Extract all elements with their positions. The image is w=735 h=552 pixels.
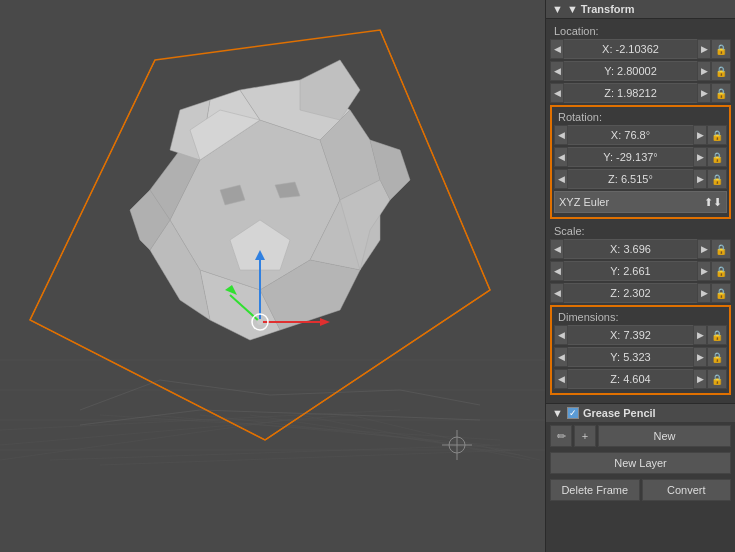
scale-x-value[interactable]: X: 3.696 bbox=[564, 239, 697, 259]
scale-y-lock[interactable]: 🔒 bbox=[711, 261, 731, 281]
rotation-label: Rotation: bbox=[554, 109, 727, 125]
plus-icon-btn[interactable]: + bbox=[574, 425, 596, 447]
location-x-lock[interactable]: 🔒 bbox=[711, 39, 731, 59]
3d-viewport[interactable] bbox=[0, 0, 545, 552]
location-x-dec[interactable]: ◀ bbox=[550, 39, 564, 59]
dim-z-dec[interactable]: ◀ bbox=[554, 369, 568, 389]
dim-z-lock[interactable]: 🔒 bbox=[707, 369, 727, 389]
grease-pencil-triangle: ▼ bbox=[552, 407, 563, 419]
location-label: Location: bbox=[550, 23, 731, 39]
properties-panel: ▼ ▼ Transform Location: ◀ X: -2.10362 ▶ … bbox=[545, 0, 735, 552]
location-z-value[interactable]: Z: 1.98212 bbox=[564, 83, 697, 103]
dimensions-box: Dimensions: ◀ X: 7.392 ▶ 🔒 ◀ Y: 5.323 ▶ … bbox=[550, 305, 731, 395]
dim-x-row: ◀ X: 7.392 ▶ 🔒 bbox=[554, 325, 727, 345]
location-x-inc[interactable]: ▶ bbox=[697, 39, 711, 59]
transform-triangle: ▼ bbox=[552, 3, 563, 15]
rotation-y-dec[interactable]: ◀ bbox=[554, 147, 568, 167]
new-layer-container: New Layer bbox=[546, 450, 735, 476]
pencil-icon-btn[interactable]: ✏ bbox=[550, 425, 572, 447]
euler-mode-select[interactable]: XYZ Euler ⬆⬇ bbox=[554, 191, 727, 213]
rotation-z-dec[interactable]: ◀ bbox=[554, 169, 568, 189]
dim-y-row: ◀ Y: 5.323 ▶ 🔒 bbox=[554, 347, 727, 367]
scale-y-dec[interactable]: ◀ bbox=[550, 261, 564, 281]
location-y-dec[interactable]: ◀ bbox=[550, 61, 564, 81]
rotation-z-inc[interactable]: ▶ bbox=[693, 169, 707, 189]
pencil-icon: ✏ bbox=[557, 430, 566, 443]
location-y-value[interactable]: Y: 2.80002 bbox=[564, 61, 697, 81]
rotation-x-value[interactable]: X: 76.8° bbox=[568, 125, 693, 145]
rotation-x-dec[interactable]: ◀ bbox=[554, 125, 568, 145]
transform-title: ▼ Transform bbox=[567, 3, 635, 15]
scale-x-inc[interactable]: ▶ bbox=[697, 239, 711, 259]
location-z-inc[interactable]: ▶ bbox=[697, 83, 711, 103]
scale-y-value[interactable]: Y: 2.661 bbox=[564, 261, 697, 281]
rotation-x-lock[interactable]: 🔒 bbox=[707, 125, 727, 145]
grease-pencil-section: ▼ ✓ Grease Pencil ✏ + New New Layer Dele… bbox=[546, 403, 735, 504]
dim-y-lock[interactable]: 🔒 bbox=[707, 347, 727, 367]
grease-pencil-checkbox[interactable]: ✓ bbox=[567, 407, 579, 419]
scale-z-row: ◀ Z: 2.302 ▶ 🔒 bbox=[550, 283, 731, 303]
rotation-box: Rotation: ◀ X: 76.8° ▶ 🔒 ◀ Y: -29.137° ▶… bbox=[550, 105, 731, 219]
scale-label: Scale: bbox=[550, 223, 731, 239]
scale-y-row: ◀ Y: 2.661 ▶ 🔒 bbox=[550, 261, 731, 281]
dim-x-dec[interactable]: ◀ bbox=[554, 325, 568, 345]
rotation-x-inc[interactable]: ▶ bbox=[693, 125, 707, 145]
new-layer-button[interactable]: New Layer bbox=[550, 452, 731, 474]
scale-x-lock[interactable]: 🔒 bbox=[711, 239, 731, 259]
dim-z-inc[interactable]: ▶ bbox=[693, 369, 707, 389]
rotation-y-value[interactable]: Y: -29.137° bbox=[568, 147, 693, 167]
scale-z-dec[interactable]: ◀ bbox=[550, 283, 564, 303]
dim-y-dec[interactable]: ◀ bbox=[554, 347, 568, 367]
scale-x-dec[interactable]: ◀ bbox=[550, 239, 564, 259]
delete-frame-button[interactable]: Delete Frame bbox=[550, 479, 640, 501]
convert-button[interactable]: Convert bbox=[642, 479, 732, 501]
rotation-z-row: ◀ Z: 6.515° ▶ 🔒 bbox=[554, 169, 727, 189]
location-y-lock[interactable]: 🔒 bbox=[711, 61, 731, 81]
dimensions-label: Dimensions: bbox=[554, 309, 727, 325]
location-z-dec[interactable]: ◀ bbox=[550, 83, 564, 103]
dim-y-inc[interactable]: ▶ bbox=[693, 347, 707, 367]
rotation-x-row: ◀ X: 76.8° ▶ 🔒 bbox=[554, 125, 727, 145]
grease-pencil-bottom-row: Delete Frame Convert bbox=[546, 476, 735, 504]
grease-pencil-toolbar: ✏ + New bbox=[546, 422, 735, 450]
scale-z-inc[interactable]: ▶ bbox=[697, 283, 711, 303]
dim-z-value[interactable]: Z: 4.604 bbox=[568, 369, 693, 389]
plus-icon: + bbox=[582, 430, 588, 442]
svg-point-53 bbox=[257, 319, 263, 325]
transform-section-header[interactable]: ▼ ▼ Transform bbox=[546, 0, 735, 19]
location-x-value[interactable]: X: -2.10362 bbox=[564, 39, 697, 59]
grease-pencil-header[interactable]: ▼ ✓ Grease Pencil bbox=[546, 404, 735, 422]
dim-x-inc[interactable]: ▶ bbox=[693, 325, 707, 345]
dim-y-value[interactable]: Y: 5.323 bbox=[568, 347, 693, 367]
scale-x-row: ◀ X: 3.696 ▶ 🔒 bbox=[550, 239, 731, 259]
rotation-y-lock[interactable]: 🔒 bbox=[707, 147, 727, 167]
transform-properties: Location: ◀ X: -2.10362 ▶ 🔒 ◀ Y: 2.80002… bbox=[546, 19, 735, 403]
dim-x-value[interactable]: X: 7.392 bbox=[568, 325, 693, 345]
scale-y-inc[interactable]: ▶ bbox=[697, 261, 711, 281]
rotation-z-lock[interactable]: 🔒 bbox=[707, 169, 727, 189]
location-z-lock[interactable]: 🔒 bbox=[711, 83, 731, 103]
location-y-row: ◀ Y: 2.80002 ▶ 🔒 bbox=[550, 61, 731, 81]
dim-z-row: ◀ Z: 4.604 ▶ 🔒 bbox=[554, 369, 727, 389]
location-x-row: ◀ X: -2.10362 ▶ 🔒 bbox=[550, 39, 731, 59]
euler-mode-value: XYZ Euler bbox=[559, 196, 609, 208]
new-button[interactable]: New bbox=[598, 425, 731, 447]
scale-z-value[interactable]: Z: 2.302 bbox=[564, 283, 697, 303]
grease-pencil-title: Grease Pencil bbox=[583, 407, 656, 419]
euler-dropdown-icon: ⬆⬇ bbox=[704, 196, 722, 209]
scale-z-lock[interactable]: 🔒 bbox=[711, 283, 731, 303]
rotation-y-row: ◀ Y: -29.137° ▶ 🔒 bbox=[554, 147, 727, 167]
location-y-inc[interactable]: ▶ bbox=[697, 61, 711, 81]
rotation-z-value[interactable]: Z: 6.515° bbox=[568, 169, 693, 189]
location-z-row: ◀ Z: 1.98212 ▶ 🔒 bbox=[550, 83, 731, 103]
dim-x-lock[interactable]: 🔒 bbox=[707, 325, 727, 345]
rotation-y-inc[interactable]: ▶ bbox=[693, 147, 707, 167]
